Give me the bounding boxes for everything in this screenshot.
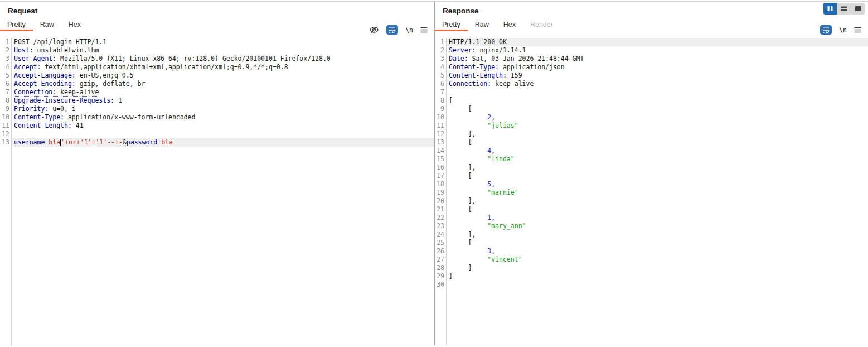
request-panel: Request PrettyRawHex — [0, 2, 434, 345]
line-number: 10 — [435, 113, 444, 122]
code-line[interactable]: 4, — [447, 147, 868, 155]
tab-hex[interactable]: Hex — [496, 20, 523, 31]
code-line[interactable]: Accept-Encoding: gzip, deflate, br — [12, 80, 434, 88]
code-line[interactable]: ] — [447, 264, 868, 272]
line-number: 27 — [435, 256, 444, 264]
line-number: 11 — [435, 122, 444, 130]
editor-menu-button[interactable] — [420, 27, 428, 33]
code-line[interactable]: ] — [447, 272, 868, 281]
code-line[interactable]: [ — [447, 239, 868, 247]
code-line[interactable]: Content-Length: 41 — [12, 122, 434, 130]
line-number: 7 — [435, 88, 444, 97]
line-number: 24 — [435, 230, 444, 239]
message-editor-split: Request PrettyRawHex — [0, 2, 868, 345]
line-number: 2 — [0, 46, 9, 55]
line-number: 1 — [0, 38, 9, 46]
show-newlines-button[interactable]: \n — [405, 26, 413, 34]
line-number: 2 — [435, 46, 444, 55]
code-line[interactable]: Upgrade-Insecure-Requests: 1 — [12, 97, 434, 105]
code-line[interactable] — [447, 88, 868, 97]
code-line[interactable]: [ — [447, 105, 868, 113]
split-columns-view-button[interactable] — [823, 3, 837, 15]
line-number: 3 — [0, 55, 9, 63]
tab-pretty[interactable]: Pretty — [0, 20, 33, 31]
word-wrap-toggle-button[interactable] — [820, 25, 832, 35]
show-newlines-button[interactable]: \n — [839, 26, 847, 34]
code-line[interactable]: ], — [447, 130, 868, 138]
line-number: 10 — [0, 113, 9, 122]
code-line[interactable]: Date: Sat, 03 Jan 2026 21:48:44 GMT — [447, 55, 868, 63]
editor-menu-button[interactable] — [854, 27, 861, 33]
line-number: 13 — [435, 138, 444, 147]
line-number: 17 — [435, 172, 444, 180]
code-line[interactable]: Accept: text/html,application/xhtml+xml,… — [12, 63, 434, 71]
line-number: 12 — [435, 130, 444, 138]
line-number: 6 — [0, 80, 9, 88]
line-number: 9 — [0, 105, 9, 113]
line-number: 4 — [435, 63, 444, 71]
code-line[interactable]: Connection: keep-alive — [447, 80, 868, 88]
line-number: 26 — [435, 247, 444, 256]
code-line[interactable]: [ — [447, 205, 868, 214]
hide-headers-button[interactable] — [369, 26, 379, 34]
columns-icon — [827, 6, 833, 12]
tab-pretty[interactable]: Pretty — [435, 20, 468, 31]
code-line[interactable]: Server: nginx/1.14.1 — [447, 46, 868, 55]
line-number: 12 — [0, 130, 9, 138]
code-line[interactable]: Connection: keep-alive — [12, 88, 434, 97]
code-line[interactable]: ], — [447, 230, 868, 239]
code-line[interactable]: Host: unstabletwin.thm — [12, 46, 434, 55]
response-header: Response PrettyRawHexRender \n — [435, 2, 868, 38]
code-line[interactable]: Priority: u=0, i — [12, 105, 434, 113]
tab-hex[interactable]: Hex — [61, 20, 88, 31]
code-line[interactable]: "mary_ann" — [447, 222, 868, 230]
code-line[interactable] — [447, 281, 868, 289]
line-number: 5 — [435, 71, 444, 80]
code-line[interactable]: ], — [447, 163, 868, 172]
code-line[interactable] — [12, 130, 434, 138]
code-line[interactable]: Content-Length: 159 — [447, 71, 868, 80]
code-line[interactable]: HTTP/1.1 200 OK — [447, 38, 868, 46]
code-line[interactable]: "julias" — [447, 122, 868, 130]
line-number: 25 — [435, 239, 444, 247]
code-line[interactable]: [ — [447, 97, 868, 105]
code-line[interactable]: User-Agent: Mozilla/5.0 (X11; Linux x86_… — [12, 55, 434, 63]
tab-raw[interactable]: Raw — [33, 20, 61, 31]
code-line[interactable]: Accept-Language: en-US,en;q=0.5 — [12, 71, 434, 80]
code-line[interactable]: username=bla'+or+'1'='1'--+-&password=bl… — [12, 138, 434, 147]
code-line[interactable]: Content-Type: application/x-www-form-url… — [12, 113, 434, 122]
code-line[interactable]: 2, — [447, 113, 868, 122]
request-editor[interactable]: 12345678910111213 POST /api/login HTTP/1… — [0, 38, 434, 345]
code-line[interactable]: 3, — [447, 247, 868, 256]
word-wrap-toggle-button[interactable] — [386, 25, 398, 35]
request-code[interactable]: POST /api/login HTTP/1.1Host: unstabletw… — [12, 38, 434, 345]
code-line[interactable]: 5, — [447, 180, 868, 189]
request-header: Request PrettyRawHex — [0, 2, 434, 38]
code-line[interactable]: Content-Type: application/json — [447, 63, 868, 71]
response-code[interactable]: HTTP/1.1 200 OKServer: nginx/1.14.1Date:… — [447, 38, 868, 345]
response-panel: Response PrettyRawHexRender \n — [435, 2, 868, 345]
code-line[interactable]: 1, — [447, 214, 868, 222]
line-number: 3 — [435, 55, 444, 63]
split-rows-view-button[interactable] — [837, 3, 851, 15]
code-line[interactable]: [ — [447, 172, 868, 180]
line-number: 19 — [435, 189, 444, 197]
line-number: 22 — [435, 214, 444, 222]
tab-raw[interactable]: Raw — [468, 20, 496, 31]
request-line-numbers: 12345678910111213 — [0, 38, 12, 345]
single-panel-view-button[interactable] — [851, 3, 865, 15]
response-editor[interactable]: 1234567891011121314151617181920212223242… — [435, 38, 868, 345]
line-number: 14 — [435, 147, 444, 155]
code-line[interactable]: ], — [447, 197, 868, 205]
code-line[interactable]: "linda" — [447, 155, 868, 163]
line-number: 5 — [0, 71, 9, 80]
code-line[interactable]: "marnie" — [447, 189, 868, 197]
line-number: 30 — [435, 281, 444, 289]
single-panel-icon — [855, 6, 861, 12]
line-number: 1 — [435, 38, 444, 46]
line-number: 13 — [0, 138, 9, 147]
response-line-numbers: 1234567891011121314151617181920212223242… — [435, 38, 447, 345]
code-line[interactable]: [ — [447, 138, 868, 147]
code-line[interactable]: POST /api/login HTTP/1.1 — [12, 38, 434, 46]
code-line[interactable]: "vincent" — [447, 256, 868, 264]
